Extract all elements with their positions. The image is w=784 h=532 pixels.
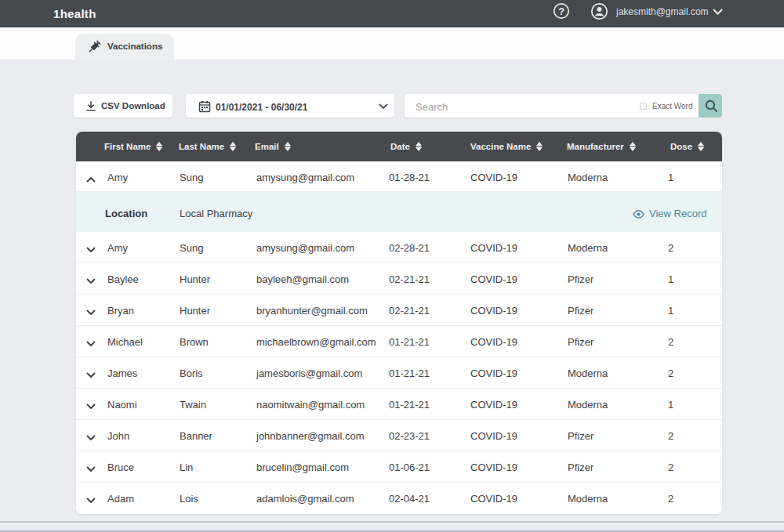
svg-text:?: ? xyxy=(558,6,564,17)
